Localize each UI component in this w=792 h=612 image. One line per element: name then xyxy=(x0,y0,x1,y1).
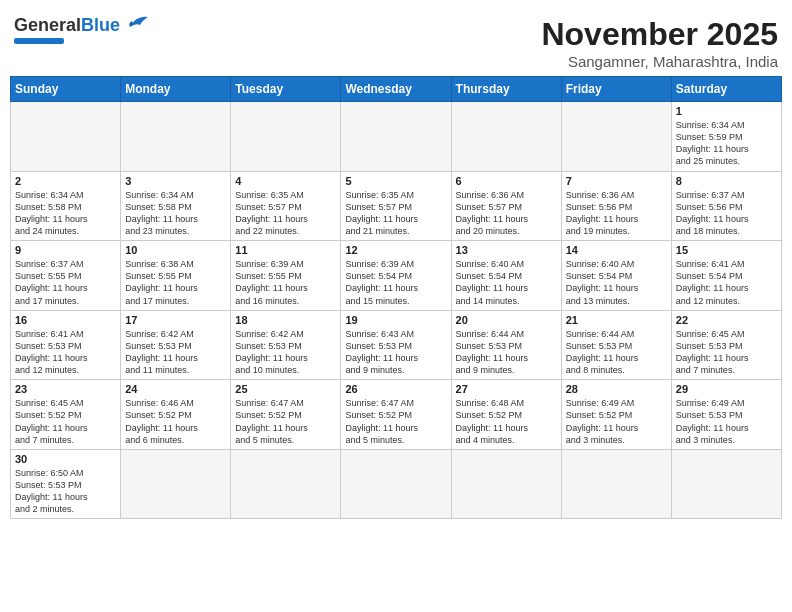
day-info: Sunrise: 6:34 AM Sunset: 5:58 PM Dayligh… xyxy=(125,189,226,238)
day-number: 30 xyxy=(15,453,116,465)
logo-underline xyxy=(14,38,64,44)
day-info: Sunrise: 6:39 AM Sunset: 5:55 PM Dayligh… xyxy=(235,258,336,307)
weekday-header-row: SundayMondayTuesdayWednesdayThursdayFrid… xyxy=(11,77,782,102)
day-number: 2 xyxy=(15,175,116,187)
calendar-cell: 16Sunrise: 6:41 AM Sunset: 5:53 PM Dayli… xyxy=(11,310,121,380)
day-number: 4 xyxy=(235,175,336,187)
day-number: 29 xyxy=(676,383,777,395)
calendar-cell xyxy=(231,102,341,172)
day-info: Sunrise: 6:41 AM Sunset: 5:53 PM Dayligh… xyxy=(15,328,116,377)
calendar-cell: 8Sunrise: 6:37 AM Sunset: 5:56 PM Daylig… xyxy=(671,171,781,241)
day-info: Sunrise: 6:47 AM Sunset: 5:52 PM Dayligh… xyxy=(235,397,336,446)
calendar-cell: 3Sunrise: 6:34 AM Sunset: 5:58 PM Daylig… xyxy=(121,171,231,241)
logo-bird-icon xyxy=(122,13,150,35)
weekday-header-monday: Monday xyxy=(121,77,231,102)
day-number: 6 xyxy=(456,175,557,187)
day-number: 10 xyxy=(125,244,226,256)
calendar-week-row: 2Sunrise: 6:34 AM Sunset: 5:58 PM Daylig… xyxy=(11,171,782,241)
day-info: Sunrise: 6:44 AM Sunset: 5:53 PM Dayligh… xyxy=(456,328,557,377)
weekday-header-saturday: Saturday xyxy=(671,77,781,102)
day-info: Sunrise: 6:45 AM Sunset: 5:52 PM Dayligh… xyxy=(15,397,116,446)
calendar-table: SundayMondayTuesdayWednesdayThursdayFrid… xyxy=(10,76,782,519)
calendar-cell: 18Sunrise: 6:42 AM Sunset: 5:53 PM Dayli… xyxy=(231,310,341,380)
calendar-cell xyxy=(561,102,671,172)
calendar-cell xyxy=(231,449,341,519)
calendar-cell xyxy=(121,449,231,519)
day-info: Sunrise: 6:42 AM Sunset: 5:53 PM Dayligh… xyxy=(125,328,226,377)
day-info: Sunrise: 6:43 AM Sunset: 5:53 PM Dayligh… xyxy=(345,328,446,377)
day-info: Sunrise: 6:48 AM Sunset: 5:52 PM Dayligh… xyxy=(456,397,557,446)
calendar-cell xyxy=(341,449,451,519)
day-number: 22 xyxy=(676,314,777,326)
calendar-cell xyxy=(11,102,121,172)
calendar-cell: 12Sunrise: 6:39 AM Sunset: 5:54 PM Dayli… xyxy=(341,241,451,311)
calendar-cell xyxy=(121,102,231,172)
day-number: 17 xyxy=(125,314,226,326)
logo: GeneralBlue xyxy=(14,16,150,44)
day-info: Sunrise: 6:39 AM Sunset: 5:54 PM Dayligh… xyxy=(345,258,446,307)
calendar-week-row: 30Sunrise: 6:50 AM Sunset: 5:53 PM Dayli… xyxy=(11,449,782,519)
calendar-cell: 2Sunrise: 6:34 AM Sunset: 5:58 PM Daylig… xyxy=(11,171,121,241)
calendar-cell: 15Sunrise: 6:41 AM Sunset: 5:54 PM Dayli… xyxy=(671,241,781,311)
weekday-header-sunday: Sunday xyxy=(11,77,121,102)
day-number: 12 xyxy=(345,244,446,256)
calendar-cell xyxy=(451,102,561,172)
calendar-cell xyxy=(341,102,451,172)
calendar-cell: 19Sunrise: 6:43 AM Sunset: 5:53 PM Dayli… xyxy=(341,310,451,380)
day-info: Sunrise: 6:34 AM Sunset: 5:59 PM Dayligh… xyxy=(676,119,777,168)
month-title: November 2025 xyxy=(541,16,778,53)
day-number: 18 xyxy=(235,314,336,326)
page-header: GeneralBlue November 2025 Sangamner, Mah… xyxy=(10,10,782,70)
calendar-cell: 26Sunrise: 6:47 AM Sunset: 5:52 PM Dayli… xyxy=(341,380,451,450)
day-number: 3 xyxy=(125,175,226,187)
day-info: Sunrise: 6:34 AM Sunset: 5:58 PM Dayligh… xyxy=(15,189,116,238)
day-info: Sunrise: 6:41 AM Sunset: 5:54 PM Dayligh… xyxy=(676,258,777,307)
day-info: Sunrise: 6:45 AM Sunset: 5:53 PM Dayligh… xyxy=(676,328,777,377)
calendar-cell: 25Sunrise: 6:47 AM Sunset: 5:52 PM Dayli… xyxy=(231,380,341,450)
calendar-cell: 17Sunrise: 6:42 AM Sunset: 5:53 PM Dayli… xyxy=(121,310,231,380)
day-info: Sunrise: 6:40 AM Sunset: 5:54 PM Dayligh… xyxy=(566,258,667,307)
day-info: Sunrise: 6:38 AM Sunset: 5:55 PM Dayligh… xyxy=(125,258,226,307)
calendar-cell xyxy=(561,449,671,519)
day-number: 21 xyxy=(566,314,667,326)
day-number: 7 xyxy=(566,175,667,187)
day-number: 8 xyxy=(676,175,777,187)
day-info: Sunrise: 6:47 AM Sunset: 5:52 PM Dayligh… xyxy=(345,397,446,446)
day-info: Sunrise: 6:40 AM Sunset: 5:54 PM Dayligh… xyxy=(456,258,557,307)
calendar-week-row: 9Sunrise: 6:37 AM Sunset: 5:55 PM Daylig… xyxy=(11,241,782,311)
day-number: 14 xyxy=(566,244,667,256)
day-info: Sunrise: 6:44 AM Sunset: 5:53 PM Dayligh… xyxy=(566,328,667,377)
weekday-header-tuesday: Tuesday xyxy=(231,77,341,102)
day-number: 20 xyxy=(456,314,557,326)
day-info: Sunrise: 6:49 AM Sunset: 5:53 PM Dayligh… xyxy=(676,397,777,446)
day-number: 25 xyxy=(235,383,336,395)
day-number: 28 xyxy=(566,383,667,395)
calendar-week-row: 16Sunrise: 6:41 AM Sunset: 5:53 PM Dayli… xyxy=(11,310,782,380)
calendar-cell: 1Sunrise: 6:34 AM Sunset: 5:59 PM Daylig… xyxy=(671,102,781,172)
day-number: 1 xyxy=(676,105,777,117)
day-info: Sunrise: 6:37 AM Sunset: 5:56 PM Dayligh… xyxy=(676,189,777,238)
day-number: 16 xyxy=(15,314,116,326)
day-number: 13 xyxy=(456,244,557,256)
day-number: 27 xyxy=(456,383,557,395)
calendar-cell: 11Sunrise: 6:39 AM Sunset: 5:55 PM Dayli… xyxy=(231,241,341,311)
calendar-week-row: 23Sunrise: 6:45 AM Sunset: 5:52 PM Dayli… xyxy=(11,380,782,450)
day-info: Sunrise: 6:49 AM Sunset: 5:52 PM Dayligh… xyxy=(566,397,667,446)
weekday-header-thursday: Thursday xyxy=(451,77,561,102)
calendar-cell: 13Sunrise: 6:40 AM Sunset: 5:54 PM Dayli… xyxy=(451,241,561,311)
calendar-cell xyxy=(451,449,561,519)
calendar-cell: 23Sunrise: 6:45 AM Sunset: 5:52 PM Dayli… xyxy=(11,380,121,450)
calendar-cell: 6Sunrise: 6:36 AM Sunset: 5:57 PM Daylig… xyxy=(451,171,561,241)
day-number: 24 xyxy=(125,383,226,395)
calendar-cell: 28Sunrise: 6:49 AM Sunset: 5:52 PM Dayli… xyxy=(561,380,671,450)
title-area: November 2025 Sangamner, Maharashtra, In… xyxy=(541,16,778,70)
day-info: Sunrise: 6:50 AM Sunset: 5:53 PM Dayligh… xyxy=(15,467,116,516)
logo-text: GeneralBlue xyxy=(14,16,120,36)
day-info: Sunrise: 6:37 AM Sunset: 5:55 PM Dayligh… xyxy=(15,258,116,307)
day-info: Sunrise: 6:36 AM Sunset: 5:56 PM Dayligh… xyxy=(566,189,667,238)
day-number: 19 xyxy=(345,314,446,326)
day-info: Sunrise: 6:36 AM Sunset: 5:57 PM Dayligh… xyxy=(456,189,557,238)
day-number: 23 xyxy=(15,383,116,395)
day-number: 26 xyxy=(345,383,446,395)
day-number: 5 xyxy=(345,175,446,187)
